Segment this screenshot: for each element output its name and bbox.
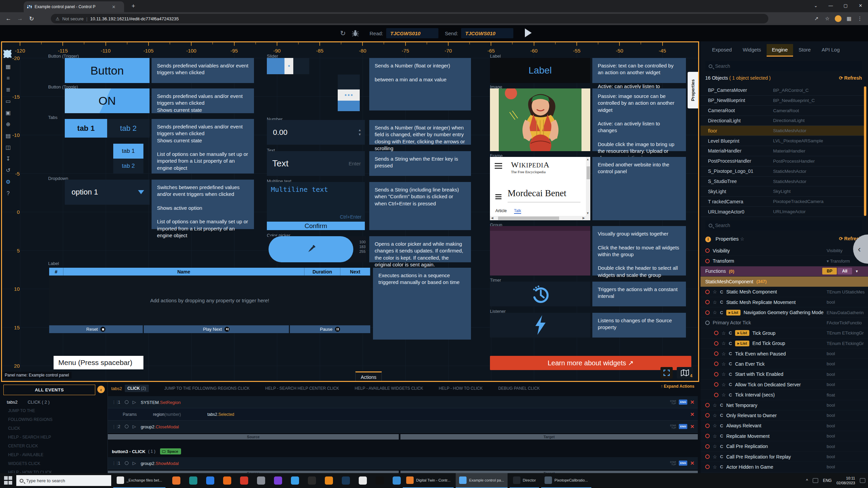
- scroll-down-icon[interactable]: ▼: [586, 211, 589, 215]
- taskbar-window-button[interactable]: _Exchange files bet...: [113, 473, 165, 488]
- event-tab[interactable]: HELP - AVAILABLE WIDGETS CLICK: [355, 386, 423, 391]
- article-link[interactable]: Article: [495, 208, 507, 213]
- listener-widget[interactable]: [490, 313, 590, 338]
- vertical-slider-widget[interactable]: [338, 75, 360, 111]
- favorite-star-icon[interactable]: ☆: [740, 236, 745, 242]
- object-row[interactable]: PostProcessHandlerPostProcessHandler: [701, 156, 865, 166]
- property-row[interactable]: ☆COnly Relevant to Ownerbool: [701, 410, 868, 421]
- object-row[interactable]: DirectionalLightDirectionalLight: [701, 116, 865, 126]
- tab-close-icon[interactable]: ✕: [112, 4, 116, 9]
- panel-tab-engine[interactable]: Engine: [767, 44, 793, 57]
- record-circle-icon[interactable]: [705, 424, 710, 428]
- record-circle-icon[interactable]: [705, 321, 710, 325]
- event-list-item[interactable]: JUMP TO THE: [8, 408, 35, 413]
- property-row[interactable]: ☆CCall Pre Replicationbool: [701, 441, 868, 451]
- list-badge[interactable]: ▸ List: [726, 310, 741, 316]
- param-value[interactable]: tabs2.Selected: [207, 412, 234, 417]
- debug-bug-icon[interactable]: [352, 29, 359, 37]
- send-field[interactable]: TJCGWS010: [461, 28, 513, 38]
- bp-filter-button[interactable]: BP: [822, 268, 837, 274]
- property-row[interactable]: Transform▾ Transform: [701, 256, 868, 266]
- all-filter-button[interactable]: All: [837, 268, 852, 274]
- record-circle-icon[interactable]: [714, 382, 718, 387]
- object-row[interactable]: CameraRootCameraRoot: [701, 106, 865, 116]
- record-circle-icon[interactable]: [705, 290, 710, 294]
- expand-actions-button[interactable]: ↑ Expand Actions: [660, 384, 694, 389]
- contents-list-icon[interactable]: [495, 194, 501, 195]
- property-row[interactable]: ☆CAlways Relevantbool: [701, 421, 868, 431]
- property-row[interactable]: ☆CStatic Mesh ComponentTEnum UStaticMes: [701, 287, 868, 297]
- favorite-star-icon[interactable]: ☆: [713, 403, 717, 408]
- dropdown-widget[interactable]: option 1: [65, 180, 150, 205]
- ruler-icon[interactable]: ▭: [3, 97, 13, 106]
- properties-search-input[interactable]: Search: [705, 220, 862, 230]
- property-row[interactable]: ☆CActor Hidden In Gamebool: [701, 462, 868, 472]
- delete-action-icon[interactable]: ✕: [690, 460, 694, 466]
- select-tool-icon[interactable]: [3, 50, 12, 58]
- number-steppers[interactable]: ▲▼: [358, 128, 365, 136]
- step-up-icon[interactable]: ▲: [358, 128, 361, 132]
- image-widget[interactable]: [490, 88, 590, 151]
- property-row[interactable]: ☆CCan Ever Tickbool: [701, 359, 868, 369]
- browser-menu-icon[interactable]: ⋮: [854, 16, 865, 22]
- record-circle-icon[interactable]: [714, 341, 718, 346]
- target-drop-zone[interactable]: Target: [400, 434, 698, 440]
- record-circle-icon[interactable]: [705, 465, 710, 469]
- favorite-star-icon[interactable]: ☆: [713, 413, 717, 418]
- event-tab-active[interactable]: tabs2 CLICK (2): [111, 385, 149, 392]
- property-row[interactable]: ☆CStart with Tick Enabledbool: [701, 369, 868, 380]
- taskbar-window-button[interactable]: Digital Twin - Contr...: [403, 473, 454, 488]
- panel-tab-exposed[interactable]: Exposed: [707, 44, 737, 57]
- align-stack-icon[interactable]: ≣: [3, 85, 13, 95]
- scroll-up-icon[interactable]: ▲: [586, 158, 589, 161]
- vertical-tab-2[interactable]: tab 2: [113, 159, 143, 174]
- pinned-app-icon-1[interactable]: [172, 476, 180, 485]
- language-indicator[interactable]: ENG: [823, 478, 832, 483]
- media-image-icon[interactable]: ▣: [3, 108, 13, 118]
- favorite-star-icon[interactable]: ☆: [722, 361, 726, 367]
- save-icon[interactable]: ◫: [3, 143, 13, 152]
- favorite-star-icon[interactable]: ☆: [713, 423, 717, 428]
- object-list-scrollbar[interactable]: [864, 86, 866, 216]
- pinned-app-icon-4[interactable]: [223, 476, 231, 485]
- favorite-star-icon[interactable]: ☆: [713, 289, 717, 294]
- group-header[interactable]: [490, 226, 590, 231]
- record-circle-icon[interactable]: [705, 259, 710, 263]
- url-text[interactable]: 10.11.36.192:16211/#edit-dc774f6a4724323…: [90, 16, 179, 21]
- slider-handle[interactable]: [284, 58, 293, 74]
- favorite-star-icon[interactable]: ☆: [713, 433, 717, 439]
- pinned-app-icon-7[interactable]: [274, 476, 282, 485]
- scroll-right-icon[interactable]: ▶: [583, 216, 585, 220]
- window-close-button[interactable]: ✕: [853, 0, 868, 12]
- widgets-grid-icon[interactable]: ▦: [3, 62, 13, 72]
- tab-2[interactable]: tab 2: [107, 119, 150, 138]
- minimap-button[interactable]: 4: [677, 367, 693, 379]
- taskbar-window-button[interactable]: Example control pa...: [456, 473, 507, 488]
- new-tab-button[interactable]: +: [132, 3, 135, 10]
- settings-gear-icon[interactable]: ⚙: [3, 177, 13, 187]
- property-row[interactable]: ☆C▸ ListEnd Tick GroupTEnum ETickingGr: [701, 339, 868, 349]
- property-row[interactable]: ☆CStatic Mesh Replicate Movementbool: [701, 297, 868, 307]
- pinned-app-icon-11[interactable]: [342, 476, 350, 485]
- objects-search-input[interactable]: Search: [705, 61, 862, 71]
- event-list-item[interactable]: CENTER CLICK: [8, 444, 38, 448]
- favorite-star-icon[interactable]: ☆: [722, 382, 726, 387]
- extensions-icon[interactable]: ▦: [844, 16, 854, 22]
- profile-avatar[interactable]: [835, 15, 842, 22]
- property-row[interactable]: ☆CAllow Tick on Dedicated Serverbool: [701, 380, 868, 390]
- clock[interactable]: 10:11 02/08/2023: [836, 476, 855, 485]
- status-circle-icon[interactable]: [125, 425, 129, 428]
- text-input-widget[interactable]: Text Enter: [267, 151, 365, 176]
- pinned-app-icon-14[interactable]: [393, 476, 401, 485]
- step-down-icon[interactable]: ▼: [358, 133, 361, 136]
- pinned-app-icon-6[interactable]: [257, 476, 265, 485]
- event-tab[interactable]: DEBUG PANEL CLICK: [498, 386, 540, 391]
- vertical-tab-1[interactable]: tab 1: [113, 144, 143, 159]
- slider-widget[interactable]: [267, 58, 309, 74]
- event-list-item[interactable]: tabs2 CLICK ( 2 ): [7, 400, 50, 405]
- chevron-down-icon[interactable]: ▼: [855, 269, 859, 273]
- properties-side-tab[interactable]: Properties: [688, 72, 698, 108]
- property-row[interactable]: ☆C▸ ListTick GroupTEnum ETickingGr: [701, 328, 868, 338]
- pan-tool-icon[interactable]: ⊕: [3, 120, 13, 129]
- taskbar-window-button[interactable]: PixotopeCalibratio...: [541, 473, 591, 488]
